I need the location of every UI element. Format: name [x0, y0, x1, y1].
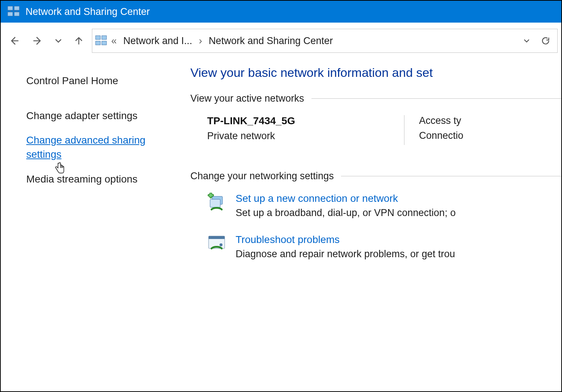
network-center-icon: [7, 6, 20, 17]
page-heading: View your basic network information and …: [190, 66, 561, 80]
svg-rect-12: [210, 199, 220, 207]
section-label: View your active networks: [190, 93, 304, 104]
active-networks-section-header: View your active networks: [190, 93, 561, 104]
change-networking-section-header: Change your networking settings: [190, 170, 561, 182]
svg-rect-18: [209, 236, 225, 239]
svg-point-19: [220, 243, 222, 246]
task-description: Diagnose and repair network problems, or…: [236, 248, 455, 260]
media-streaming-options-link[interactable]: Media streaming options: [26, 172, 158, 186]
vertical-divider: [404, 115, 404, 145]
breadcrumb-parent[interactable]: Network and I...: [120, 34, 195, 48]
breadcrumb-current[interactable]: Network and Sharing Center: [206, 34, 336, 48]
divider: [341, 176, 561, 176]
svg-rect-8: [102, 36, 106, 39]
address-bar[interactable]: « Network and I... › Network and Sharing…: [92, 29, 558, 53]
svg-rect-3: [14, 12, 19, 16]
window-title: Network and Sharing Center: [26, 6, 150, 17]
sidebar: Control Panel Home Change adapter settin…: [1, 59, 187, 391]
main-content: View your basic network information and …: [187, 59, 561, 391]
change-advanced-sharing-settings-link[interactable]: Change advanced sharing settings: [26, 133, 158, 161]
nav-toolbar: « Network and I... › Network and Sharing…: [1, 23, 561, 59]
svg-rect-9: [96, 41, 100, 45]
address-history-dropdown[interactable]: [519, 36, 535, 46]
network-name: TP-LINK_7434_5G: [207, 115, 404, 127]
new-connection-icon: [206, 193, 227, 213]
chevron-right-icon[interactable]: ›: [198, 35, 203, 47]
task-title[interactable]: Set up a new connection or network: [236, 193, 456, 204]
svg-rect-7: [96, 36, 100, 39]
change-adapter-settings-link[interactable]: Change adapter settings: [26, 109, 158, 123]
control-panel-home-link[interactable]: Control Panel Home: [26, 75, 179, 87]
svg-rect-1: [14, 6, 19, 10]
recent-locations-dropdown[interactable]: [51, 30, 66, 52]
network-type: Private network: [207, 130, 404, 142]
breadcrumb-overflow-icon[interactable]: «: [111, 35, 117, 47]
svg-rect-2: [8, 12, 13, 16]
network-center-icon: [95, 35, 108, 46]
setup-new-connection-task[interactable]: Set up a new connection or network Set u…: [206, 193, 561, 219]
refresh-button[interactable]: [538, 36, 554, 46]
forward-button[interactable]: [27, 30, 49, 52]
title-bar: Network and Sharing Center: [1, 1, 561, 23]
access-type-label: Access ty: [419, 115, 464, 126]
task-description: Set up a broadband, dial-up, or VPN conn…: [236, 207, 456, 219]
svg-rect-0: [8, 6, 13, 10]
svg-rect-10: [102, 41, 106, 45]
task-title[interactable]: Troubleshoot problems: [236, 234, 455, 246]
connections-label: Connectio: [419, 130, 464, 141]
section-label: Change your networking settings: [190, 170, 334, 182]
up-button[interactable]: [68, 30, 90, 52]
troubleshoot-icon: [206, 234, 227, 254]
divider: [311, 98, 561, 99]
active-network-block: TP-LINK_7434_5G Private network Access t…: [207, 115, 561, 145]
back-button[interactable]: [3, 30, 25, 52]
troubleshoot-problems-task[interactable]: Troubleshoot problems Diagnose and repai…: [206, 234, 561, 260]
